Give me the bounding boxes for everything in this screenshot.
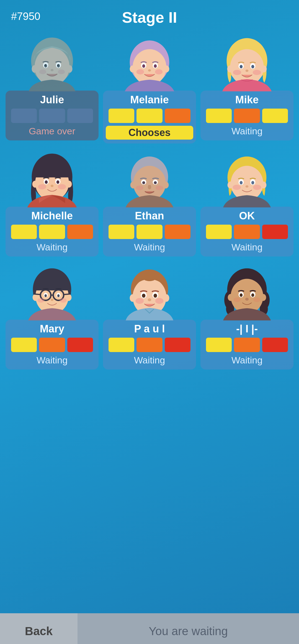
svg-point-86 (130, 294, 136, 302)
svg-point-66 (253, 185, 261, 190)
svg-point-81 (38, 298, 45, 303)
player-status-mary: Waiting (37, 355, 68, 366)
svg-point-64 (246, 185, 249, 188)
svg-point-20 (154, 64, 157, 68)
bar-1 (206, 225, 232, 239)
player-status-julie: Game over (29, 126, 75, 137)
player-name-ok: OK (239, 210, 255, 222)
svg-point-93 (136, 298, 144, 304)
score-bars-michelle (8, 225, 96, 239)
bar-2 (39, 338, 65, 352)
bar-3 (67, 225, 93, 239)
player-card-julie: Julie Game over (6, 32, 99, 143)
header: #7950 Stage II (0, 0, 299, 29)
svg-point-54 (136, 186, 143, 190)
player-status-michelle: Waiting (37, 242, 68, 253)
avatar-michelle (22, 148, 83, 209)
svg-point-53 (154, 181, 157, 184)
svg-point-94 (155, 298, 163, 304)
bar-3 (165, 225, 190, 239)
bar-3 (165, 109, 190, 123)
svg-point-108 (228, 294, 234, 301)
bar-3 (67, 109, 93, 123)
svg-point-15 (130, 65, 136, 72)
bar-1 (11, 225, 37, 239)
svg-point-65 (233, 185, 241, 190)
svg-point-80 (51, 299, 54, 301)
svg-point-112 (240, 293, 243, 297)
svg-point-33 (233, 70, 241, 75)
player-name-melanie: Melanie (130, 94, 169, 106)
avatar-dash (216, 261, 277, 322)
player-status-paul: Waiting (134, 355, 165, 366)
bar-1 (109, 225, 134, 239)
bar-1 (206, 109, 232, 123)
bar-3 (262, 109, 288, 123)
score-bars-mary (8, 338, 96, 352)
svg-point-45 (58, 184, 66, 189)
svg-point-27 (261, 65, 267, 72)
svg-point-79 (57, 294, 60, 297)
avatar-julie (22, 32, 83, 93)
score-bars-melanie (106, 109, 193, 123)
svg-line-74 (33, 294, 40, 294)
svg-point-23 (155, 69, 163, 75)
svg-point-48 (130, 181, 136, 188)
player-card-mike: Mike Waiting (200, 32, 293, 143)
svg-point-58 (228, 181, 233, 188)
svg-point-62 (240, 181, 243, 184)
score-bars-julie (8, 109, 96, 123)
player-card-ok: OK Waiting (200, 148, 293, 256)
avatar-ethan (119, 148, 180, 209)
bar-2 (136, 338, 162, 352)
svg-point-70 (66, 294, 71, 301)
svg-point-34 (253, 70, 261, 75)
player-card-paul: P a u l Waiting (103, 261, 196, 370)
player-card-ethan: Ethan Waiting (103, 148, 196, 256)
bar-3 (262, 338, 288, 352)
player-status-melanie: Chooses (106, 126, 193, 140)
player-status-dash: Waiting (231, 355, 262, 366)
svg-point-92 (148, 298, 151, 301)
bottom-bar: Back You are waiting (0, 613, 299, 644)
player-name-julie: Julie (40, 94, 64, 106)
svg-point-90 (142, 294, 146, 298)
svg-point-42 (56, 180, 60, 184)
score-bars-mike (203, 109, 291, 123)
svg-point-82 (60, 298, 66, 303)
player-card-mary: Mary Waiting (6, 261, 99, 370)
player-name-paul: P a u l (134, 323, 165, 335)
svg-point-32 (246, 70, 249, 72)
svg-point-6 (44, 64, 47, 68)
player-status-ok: Waiting (231, 242, 262, 253)
bar-1 (109, 109, 134, 123)
svg-point-87 (163, 294, 169, 302)
svg-point-41 (45, 180, 48, 184)
svg-point-78 (45, 294, 47, 297)
svg-point-116 (253, 297, 260, 302)
player-card-dash: -| I |- Waiting (200, 261, 293, 370)
avatar-melanie (119, 32, 180, 93)
svg-point-44 (38, 184, 46, 189)
svg-point-3 (67, 65, 73, 73)
avatar-ok (216, 148, 277, 209)
svg-point-22 (136, 69, 144, 75)
player-name-michelle: Michelle (31, 210, 73, 222)
bar-2 (234, 109, 260, 123)
bar-1 (11, 338, 37, 352)
score-bars-paul (106, 338, 193, 352)
bar-1 (11, 109, 37, 123)
svg-point-37 (32, 181, 38, 188)
svg-point-7 (57, 64, 60, 68)
svg-point-113 (251, 293, 254, 297)
back-button[interactable]: Back (0, 613, 78, 644)
bar-1 (206, 338, 232, 352)
bar-2 (234, 338, 260, 352)
avatar-paul (119, 261, 180, 322)
player-card-michelle: Michelle Waiting (6, 148, 99, 256)
avatar-mary (22, 261, 83, 322)
svg-point-2 (32, 65, 38, 73)
svg-line-75 (64, 294, 71, 294)
bar-2 (39, 225, 65, 239)
svg-point-19 (142, 64, 145, 68)
